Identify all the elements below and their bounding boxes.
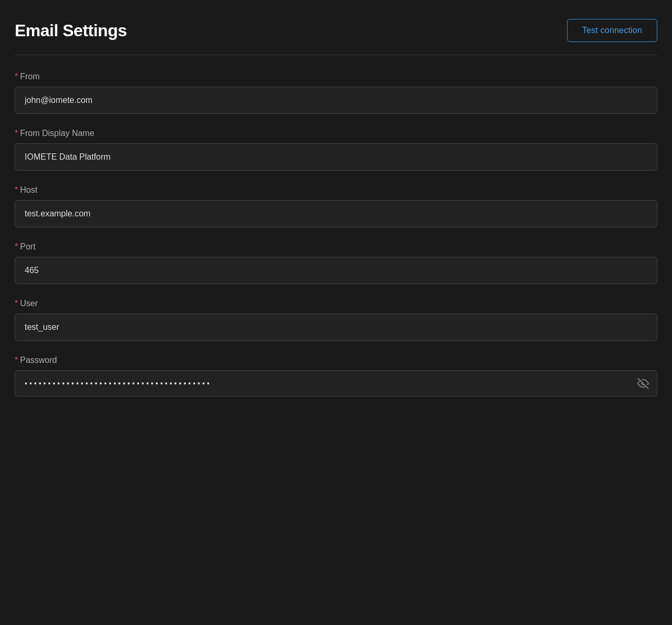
password-field-group: * Password	[15, 356, 657, 397]
password-required-star: *	[15, 356, 18, 365]
from-input[interactable]	[15, 87, 657, 114]
password-wrapper	[15, 370, 657, 397]
from-label: * From	[15, 72, 657, 81]
from-label-text: From	[20, 72, 39, 81]
password-label-text: Password	[20, 356, 57, 365]
user-required-star: *	[15, 299, 18, 308]
user-label-text: User	[20, 299, 38, 308]
port-label: * Port	[15, 242, 657, 252]
from-required-star: *	[15, 72, 18, 81]
from-display-name-input[interactable]	[15, 143, 657, 171]
host-required-star: *	[15, 185, 18, 195]
header: Email Settings Test connection	[15, 19, 657, 42]
host-label-text: Host	[20, 185, 37, 195]
test-connection-button[interactable]: Test connection	[567, 19, 657, 42]
eye-off-icon	[637, 378, 649, 389]
from-display-name-field-group: * From Display Name	[15, 129, 657, 171]
user-input[interactable]	[15, 314, 657, 341]
password-input[interactable]	[15, 370, 657, 397]
host-label: * Host	[15, 185, 657, 195]
from-field-group: * From	[15, 72, 657, 114]
port-field-group: * Port	[15, 242, 657, 284]
host-input[interactable]	[15, 200, 657, 227]
port-required-star: *	[15, 242, 18, 252]
host-field-group: * Host	[15, 185, 657, 227]
page-container: Email Settings Test connection * From * …	[0, 0, 672, 418]
from-display-name-required-star: *	[15, 129, 18, 138]
user-field-group: * User	[15, 299, 657, 341]
port-label-text: Port	[20, 242, 35, 252]
from-display-name-label: * From Display Name	[15, 129, 657, 138]
toggle-password-visibility-button[interactable]	[637, 378, 649, 389]
email-settings-form: * From * From Display Name * Host *	[15, 72, 657, 397]
port-input[interactable]	[15, 257, 657, 284]
user-label: * User	[15, 299, 657, 308]
from-display-name-label-text: From Display Name	[20, 129, 94, 138]
password-label: * Password	[15, 356, 657, 365]
section-divider	[15, 55, 657, 55]
page-title: Email Settings	[15, 21, 127, 40]
